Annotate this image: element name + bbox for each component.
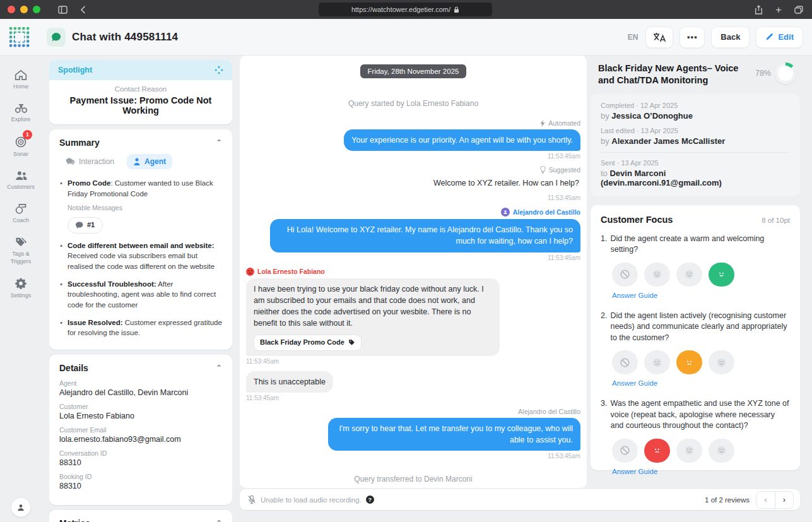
rating-neutral-button[interactable] bbox=[676, 439, 702, 463]
chat-message-agent: I'm sorry to hear that. Let me transfer … bbox=[328, 418, 580, 451]
edit-button[interactable]: Edit bbox=[756, 27, 803, 48]
summary-tabs: Interaction Agent bbox=[49, 153, 232, 175]
pencil-icon bbox=[765, 33, 774, 41]
user-avatar[interactable] bbox=[11, 498, 30, 517]
message-sender: Lola Ernesto Fabiano bbox=[246, 268, 325, 276]
window-controls[interactable] bbox=[8, 6, 40, 13]
back-button[interactable]: Back bbox=[711, 27, 750, 48]
minimize-window-button[interactable] bbox=[20, 6, 28, 13]
browser-back-icon[interactable] bbox=[80, 6, 86, 14]
tab-overview-icon[interactable] bbox=[794, 6, 803, 14]
coach-whistle-icon bbox=[15, 203, 27, 215]
conversation-info-panel: Spotlight Contact Reason Payment Issue: … bbox=[49, 60, 232, 522]
message-tag-chip[interactable]: Black Friday Promo Code bbox=[254, 335, 362, 351]
customers-icon bbox=[15, 170, 28, 181]
answer-guide-link[interactable]: Answer Guide bbox=[612, 379, 790, 387]
spotlight-title: Spotlight bbox=[58, 66, 92, 74]
rating-not-applicable-button[interactable] bbox=[612, 350, 638, 374]
more-options-button[interactable]: ••• bbox=[680, 27, 705, 48]
tags-icon bbox=[15, 236, 27, 248]
rating-not-applicable-button[interactable] bbox=[612, 439, 638, 463]
rating-sad-button[interactable] bbox=[644, 263, 670, 287]
contact-reason-value: Payment Issue: Promo Code Not Working bbox=[56, 95, 226, 116]
details-title: Details bbox=[59, 363, 88, 373]
query-started-note: Query started by Lola Ernesto Fabiano bbox=[348, 99, 478, 108]
tab-agent[interactable]: Agent bbox=[127, 154, 172, 169]
rating-sad-button-selected[interactable] bbox=[644, 439, 670, 463]
rating-happy-button-selected[interactable] bbox=[709, 263, 734, 287]
lock-icon bbox=[454, 6, 459, 13]
sidebar-item-settings[interactable]: Settings bbox=[1, 277, 41, 299]
sidebar-item-customers[interactable]: Customers bbox=[1, 170, 41, 191]
date-separator: Friday, 28th November 2025 bbox=[360, 64, 467, 78]
score-progress-ring bbox=[775, 62, 796, 84]
browser-chrome: https://watchtower.edgetier.com/ + bbox=[0, 0, 812, 19]
review-score: 78% bbox=[755, 69, 771, 78]
block-icon bbox=[619, 444, 631, 456]
lightbulb-icon bbox=[540, 166, 546, 174]
lightning-icon bbox=[540, 120, 545, 127]
previous-review-button[interactable]: ‹ bbox=[756, 492, 775, 508]
sidebar-toggle-icon[interactable] bbox=[58, 6, 68, 14]
app-header: Chat with 449581114 EN ••• Back Edit bbox=[0, 19, 812, 56]
rating-sad-button[interactable] bbox=[644, 350, 670, 374]
chat-transcript[interactable]: Friday, 28th November 2025 Query started… bbox=[240, 56, 587, 488]
sidebar-item-sonar[interactable]: 1 Sonar bbox=[1, 136, 41, 158]
message-badge: Automated bbox=[540, 119, 580, 127]
happy-face-icon bbox=[715, 444, 727, 456]
summary-bullet: Successful Troubleshoot: After troublesh… bbox=[59, 279, 222, 311]
new-tab-icon[interactable]: + bbox=[775, 4, 782, 15]
close-window-button[interactable] bbox=[8, 6, 15, 13]
collapse-details-icon[interactable]: ⌃ bbox=[216, 364, 222, 372]
neutral-face-icon bbox=[683, 444, 695, 456]
mic-off-icon bbox=[247, 495, 256, 504]
detail-field-customer: CustomerLola Ernesto Fabiano bbox=[59, 403, 222, 420]
details-card: Details ⌃ AgentAlejandro del Castillo, D… bbox=[49, 355, 232, 505]
review-title: Black Friday New Agents– Voice and Chat/… bbox=[598, 62, 743, 86]
help-icon[interactable]: ? bbox=[366, 495, 374, 504]
translate-icon bbox=[652, 32, 666, 42]
sidebar-item-tags-triggers[interactable]: Tags & Triggers bbox=[1, 236, 41, 265]
message-timestamp: 11:53:45am bbox=[246, 358, 279, 365]
message-timestamp: 11:53:45am bbox=[246, 394, 279, 401]
sidebar-item-coach[interactable]: Coach bbox=[1, 203, 41, 224]
last-edited-row: Last edited · 13 Apr 2025 by Alexander J… bbox=[601, 127, 790, 146]
rating-happy-button[interactable] bbox=[709, 439, 734, 463]
chat-message-suggested: Welcome to XYZ retailer. How can I help? bbox=[432, 174, 580, 193]
address-bar[interactable]: https://watchtower.edgetier.com/ bbox=[319, 3, 492, 16]
collapse-summary-icon[interactable]: ⌃ bbox=[216, 138, 222, 147]
next-review-button[interactable]: › bbox=[775, 492, 793, 508]
rating-not-applicable-button[interactable] bbox=[612, 263, 638, 287]
metrics-card: Metrics ⌃ 7s Queue Time 8 Experience Sco… bbox=[49, 510, 232, 522]
chat-channel-icon bbox=[47, 28, 66, 47]
sparkle-icon[interactable] bbox=[215, 66, 223, 74]
angry-customer-avatar bbox=[246, 268, 254, 276]
chat-message-agent: Hi Lola! Welcome to XYZ retailer. My nam… bbox=[270, 219, 580, 252]
review-question-3: 3.Was the agent empathetic and use the X… bbox=[601, 398, 790, 475]
review-question-1: 1.Did the agent create a warm and welcom… bbox=[601, 234, 790, 299]
rating-happy-button[interactable] bbox=[709, 350, 734, 374]
collapse-metrics-icon[interactable]: ⌃ bbox=[216, 519, 222, 522]
summary-card: Summary ⌃ Interaction Agent Promo Code: … bbox=[49, 129, 232, 350]
answer-guide-link[interactable]: Answer Guide bbox=[612, 292, 790, 299]
translate-button[interactable] bbox=[645, 27, 673, 48]
share-icon[interactable] bbox=[755, 5, 763, 15]
url-text: https://watchtower.edgetier.com/ bbox=[351, 6, 450, 13]
completed-row: Completed · 12 Apr 2025 by Jessica O’Don… bbox=[601, 102, 790, 121]
gear-icon bbox=[15, 277, 27, 290]
rating-neutral-button[interactable] bbox=[676, 263, 702, 287]
rating-neutral-button-selected[interactable] bbox=[676, 350, 702, 374]
primary-sidebar: Home Explore 1 Sonar Customers Coach Tag… bbox=[0, 56, 42, 522]
section-title: Customer Focus bbox=[601, 215, 673, 225]
sidebar-item-explore[interactable]: Explore bbox=[1, 102, 41, 123]
message-sender: Alejandro del Castillo bbox=[518, 408, 580, 415]
watchtower-logo-icon bbox=[9, 27, 30, 48]
zoom-window-button[interactable] bbox=[33, 6, 40, 13]
notable-message-chip[interactable]: #1 bbox=[68, 217, 103, 234]
sidebar-item-home[interactable]: Home bbox=[1, 69, 41, 90]
answer-guide-link[interactable]: Answer Guide bbox=[612, 468, 790, 475]
happy-face-icon bbox=[715, 357, 727, 369]
summary-bullet: Issue Resolved: Customer expressed grati… bbox=[59, 317, 222, 338]
tab-interaction[interactable]: Interaction bbox=[59, 154, 121, 169]
review-pager: ‹ › bbox=[756, 491, 794, 509]
